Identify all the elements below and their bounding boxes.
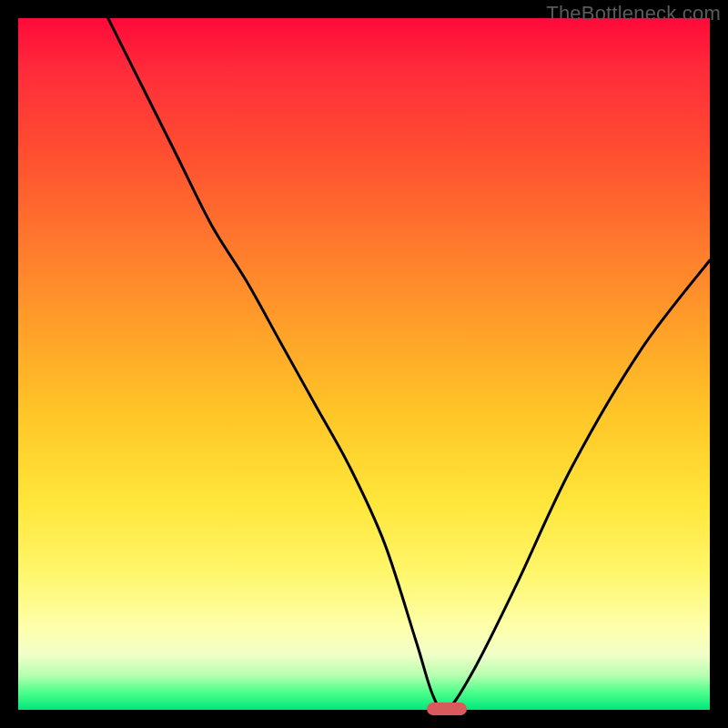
plot-area [18,18,710,710]
minimum-marker [427,703,467,715]
watermark-text: TheBottleneck.com [546,2,721,25]
curve-path [108,18,710,710]
curve-svg [18,18,710,710]
chart-frame: TheBottleneck.com [0,0,728,728]
